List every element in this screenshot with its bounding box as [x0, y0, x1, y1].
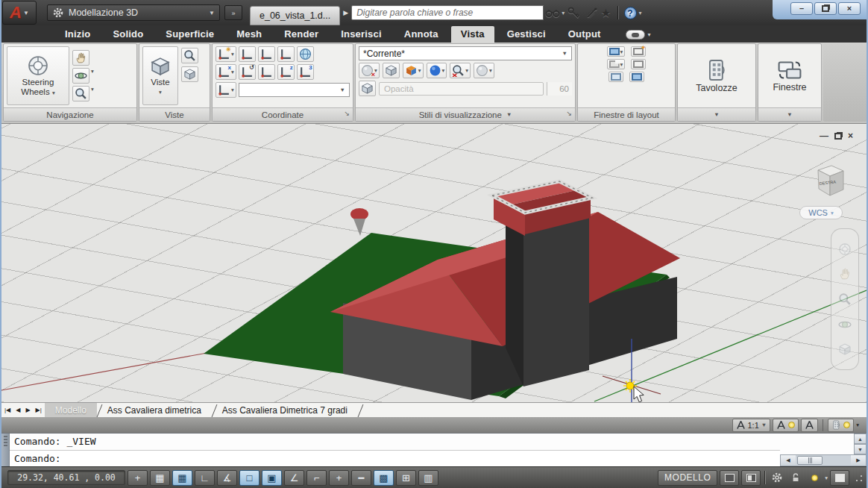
annotation-visibility-button[interactable] — [773, 419, 799, 432]
xray-mode-button[interactable] — [359, 81, 376, 96]
quick-view-layouts-button[interactable] — [720, 470, 739, 486]
panel-title-finestre-layout[interactable]: Finestre di layout — [578, 107, 675, 121]
ucs-view-button[interactable]: ▾ — [216, 82, 236, 98]
ucs-x-button[interactable]: x▾ — [216, 64, 236, 80]
favorites-star-icon[interactable]: ★ — [600, 6, 611, 20]
tray-dropdown-icon[interactable]: ▾ — [856, 422, 859, 428]
orbit-icon[interactable] — [838, 318, 852, 331]
ucs-named-button[interactable] — [239, 46, 256, 62]
previous-view-button[interactable] — [181, 48, 198, 63]
ucs-previous-button[interactable]: ↺ — [239, 64, 256, 80]
panel-launcher-icon[interactable]: ↘ — [344, 110, 350, 117]
scroll-left-icon[interactable]: ◀ — [781, 455, 796, 466]
toggle-cicli-selezione[interactable]: ▥ — [418, 470, 438, 486]
annotation-scale-button[interactable]: 1:1 ▼ — [732, 419, 771, 432]
clean-screen-button[interactable] — [830, 470, 849, 486]
toggle-snap[interactable]: + — [128, 470, 148, 486]
tavolozze-button[interactable]: Tavolozze — [685, 46, 749, 105]
toggle-polare[interactable]: ∡ — [217, 470, 237, 486]
scrollbar-thumb[interactable] — [797, 456, 823, 465]
view-cube[interactable]: DESTRA — [818, 166, 843, 195]
visual-style-combobox[interactable]: *Corrente*▼ — [359, 46, 572, 60]
ucs-button[interactable] — [258, 46, 275, 62]
ucs-world-button[interactable] — [297, 46, 314, 62]
ucs-name-combobox[interactable]: ▼ — [239, 83, 350, 97]
panel-title-finestre[interactable]: ▼ — [758, 107, 821, 121]
drawing-area[interactable]: DESTRA — × WCS ▾ |◀ — [1, 123, 867, 416]
viewport-close-icon[interactable]: × — [848, 131, 853, 140]
wcs-dropdown[interactable]: WCS ▾ — [799, 206, 843, 219]
xray-off-button[interactable]: ▾ — [450, 63, 471, 78]
toggle-snap-griglia[interactable]: ▦ — [150, 470, 170, 486]
panel-title-viste[interactable]: Viste — [139, 107, 210, 121]
zoom-magnifier-icon[interactable] — [838, 293, 852, 306]
layout-tab-modello[interactable]: Modello — [45, 403, 97, 417]
steering-wheels-button[interactable]: Steering Wheels ▾ — [7, 46, 69, 105]
communication-center-icon[interactable] — [582, 4, 600, 21]
zoom-dropdown-icon[interactable]: ▾ — [91, 86, 94, 101]
toggle-puntamento-osnap[interactable]: ∠ — [284, 470, 304, 486]
edge-effects-button[interactable]: ▾ — [474, 63, 494, 78]
section-plane-button[interactable] — [383, 63, 400, 78]
scroll-down-icon[interactable]: ▼ — [854, 444, 867, 454]
layout-tab-ass-cavaliera-dimetrica[interactable]: Ass Cavaliera dimetrica — [97, 403, 212, 417]
tray-settings-button[interactable] — [806, 470, 823, 486]
face-style-button[interactable]: ▾ — [403, 63, 424, 78]
scroll-up-icon[interactable]: ▲ — [854, 434, 867, 444]
command-vertical-scrollbar[interactable]: ▲ ▼ — [780, 434, 867, 454]
join-viewports-button[interactable] — [608, 72, 623, 82]
orbit-dropdown-icon[interactable]: ▾ — [91, 68, 94, 84]
help-dropdown-icon[interactable]: ▾ — [639, 10, 642, 16]
lock-button[interactable] — [787, 470, 804, 486]
rect-viewport-button[interactable] — [631, 59, 646, 69]
ribbon-minimize-button[interactable]: ▾ — [626, 30, 651, 40]
toggle-proprieta-rapide[interactable]: ⊞ — [396, 470, 416, 486]
view-manager-button[interactable] — [181, 66, 198, 82]
ucs-light-button[interactable]: ☀▾ — [216, 46, 236, 62]
command-prompt-line[interactable]: Comando: — [10, 451, 780, 467]
ucs-3point-button[interactable]: 3 — [297, 64, 314, 80]
panel-title-stili[interactable]: Stili di visualizzazione▼↘ — [356, 107, 575, 121]
viewport-canvas[interactable]: DESTRA — × WCS ▾ — [1, 124, 867, 402]
point-light-glyph[interactable] — [350, 208, 368, 220]
tab-gestisci[interactable]: Gestisci — [497, 26, 556, 43]
no-shadow-button[interactable]: ×▾ — [359, 63, 380, 78]
search-icon[interactable] — [544, 4, 562, 21]
document-tab[interactable]: e_06_vista_1.d... — [250, 6, 340, 25]
pan-button[interactable] — [72, 50, 89, 66]
toggle-osnap-3d[interactable]: ▣ — [262, 470, 282, 486]
toggle-input-dinamico[interactable]: + — [329, 470, 349, 486]
finestre-button[interactable]: Finestre — [762, 46, 817, 105]
coordinates-readout[interactable]: 29.32, 40.61 , 0.00 — [7, 470, 125, 485]
command-window-grip[interactable] — [1, 434, 10, 466]
ucs-z-button[interactable]: z — [277, 64, 295, 80]
viewport-restore-icon[interactable] — [834, 133, 842, 140]
quick-view-drawings-button[interactable] — [741, 470, 761, 486]
ucs-origin-button[interactable] — [258, 64, 275, 80]
show-motion-icon[interactable] — [838, 342, 852, 356]
ucs-object-button[interactable] — [277, 46, 295, 62]
workspace-gear-button[interactable] — [769, 470, 785, 486]
toggle-spessore-linea[interactable]: ━ — [351, 470, 371, 486]
modello-button[interactable]: MODELLO — [658, 470, 717, 486]
tab-inserisci[interactable]: Inserisci — [331, 26, 391, 43]
application-menu-button[interactable]: A ▼ — [2, 1, 37, 25]
toggle-griglia[interactable]: ▦ — [172, 470, 192, 486]
toggle-trasparenza[interactable]: ▩ — [374, 470, 394, 486]
steering-wheel-icon[interactable] — [838, 243, 852, 256]
viewport-minimize-icon[interactable]: — — [820, 131, 828, 140]
help-icon[interactable]: ? — [624, 7, 637, 19]
pan-hand-icon[interactable] — [838, 267, 852, 281]
next-tab-button[interactable]: ▶ — [24, 407, 31, 413]
shaded-button[interactable]: ▾ — [427, 63, 447, 78]
clip-viewport-button[interactable]: ▾ — [607, 59, 626, 69]
panel-title-tavolozze[interactable]: ▼ — [678, 107, 755, 121]
viewport-config-button[interactable] — [629, 72, 644, 82]
panel-title-coordinate[interactable]: Coordinate↘ — [213, 107, 353, 121]
navigation-bar[interactable] — [831, 228, 859, 370]
first-tab-button[interactable]: |◀ — [3, 407, 12, 413]
key-icon[interactable] — [564, 4, 582, 21]
minimize-button[interactable]: – — [790, 2, 813, 15]
document-tab-arrow-icon[interactable]: ▶ — [343, 9, 348, 16]
tab-vista[interactable]: Vista — [451, 26, 494, 43]
